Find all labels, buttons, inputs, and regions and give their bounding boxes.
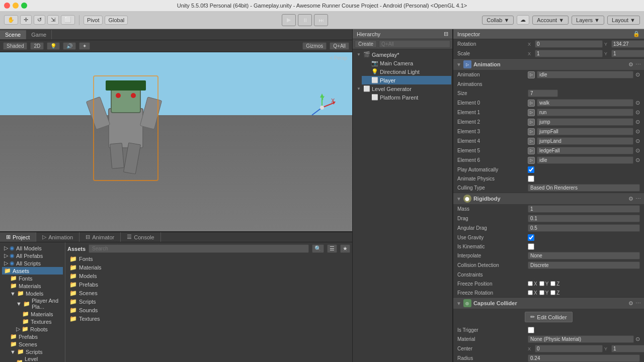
tree-item-all-prefabs[interactable]: ▷ ◉ All Prefabs	[2, 252, 63, 259]
more-icon[interactable]: ⋯	[635, 300, 641, 307]
tree-item-models[interactable]: ▼ 📁 Models	[8, 290, 63, 297]
angular-drag-input[interactable]	[528, 224, 640, 232]
is-kinematic-checkbox[interactable]	[528, 243, 534, 250]
element-3-input[interactable]	[537, 128, 633, 135]
animation-section-header[interactable]: ▼ ▷ Animation ⚙ ⋯	[453, 59, 644, 70]
step-btn[interactable]: ⏭	[314, 14, 328, 26]
move-tool-btn[interactable]: ✛	[20, 15, 32, 25]
folder-prefabs[interactable]: 📁 Prefabs	[67, 281, 350, 289]
culling-type-select[interactable]: Based On Renderers	[528, 184, 640, 192]
link-icon[interactable]: ⊙	[635, 119, 640, 125]
scale-x-input[interactable]	[535, 50, 603, 57]
close-dot[interactable]	[4, 3, 10, 9]
mass-input[interactable]	[528, 205, 640, 213]
tree-player[interactable]: ⬜ Player	[362, 76, 451, 84]
more-icon[interactable]: ⋯	[635, 61, 641, 68]
freeze-pos-x-checkbox[interactable]	[528, 281, 533, 286]
account-btn[interactable]: Account ▼	[532, 16, 569, 25]
size-input[interactable]	[528, 89, 558, 97]
rigidbody-section-header[interactable]: ▼ ⬤ Rigidbody ⚙ ⋯	[453, 193, 644, 204]
asset-search-input[interactable]	[89, 244, 309, 253]
rotation-y-input[interactable]	[611, 40, 644, 48]
freeze-pos-y-checkbox[interactable]	[539, 281, 544, 286]
hierarchy-collapse-icon[interactable]: ⊟	[444, 31, 448, 37]
capsule-collider-section-header[interactable]: ▼ ◎ Capsule Collider ⚙ ⋯	[453, 298, 644, 309]
animate-physics-checkbox[interactable]	[528, 175, 534, 182]
lights-btn[interactable]: 💡	[47, 42, 60, 50]
audio-btn[interactable]: 🔊	[63, 42, 76, 50]
tab-game[interactable]: Game	[26, 30, 52, 39]
rotate-tool-btn[interactable]: ↺	[34, 15, 45, 25]
layout-btn[interactable]: Layout ▼	[607, 16, 640, 25]
is-trigger-checkbox[interactable]	[528, 327, 534, 333]
tree-item-assets[interactable]: 📁 Assets	[2, 267, 63, 275]
hierarchy-create-btn[interactable]: Create	[355, 40, 377, 48]
rect-tool-btn[interactable]: ⬜	[61, 15, 75, 25]
link-icon[interactable]: ⊙	[635, 157, 640, 163]
rotation-x-input[interactable]	[535, 40, 603, 48]
tree-item-robots[interactable]: ▷ 📁 Robots	[14, 325, 63, 333]
element-2-input[interactable]	[537, 118, 633, 126]
material-link-icon[interactable]: ⊙	[635, 336, 640, 342]
radius-input[interactable]	[528, 354, 640, 362]
collision-detection-select[interactable]: Discrete	[528, 261, 640, 269]
2d-btn[interactable]: 2D	[30, 42, 44, 50]
tab-scene[interactable]: Scene	[0, 30, 26, 39]
tab-animator[interactable]: ⊟ Animator	[79, 232, 121, 242]
asset-filter-btn[interactable]: ☰	[327, 244, 337, 253]
asset-search-btn[interactable]: 🔍	[312, 244, 324, 253]
use-gravity-checkbox[interactable]	[528, 234, 534, 241]
material-input[interactable]	[528, 335, 634, 343]
scale-y-input[interactable]	[611, 50, 644, 57]
tree-gameplay[interactable]: ▼ 🎬 Gameplay*	[354, 50, 451, 59]
tree-item-level-generator[interactable]: 📁 Level Generato...	[14, 355, 63, 362]
effects-btn[interactable]: ✦	[79, 42, 90, 50]
tree-item-scripts[interactable]: ▼ 📁 Scripts	[8, 348, 63, 355]
scale-tool-btn[interactable]: ⇲	[47, 15, 59, 25]
play-auto-checkbox[interactable]	[528, 166, 534, 173]
center-y-input[interactable]	[611, 345, 644, 352]
folder-textures[interactable]: 📁 Textures	[67, 315, 350, 323]
link-icon[interactable]: ⊙	[635, 147, 640, 154]
asset-star-btn[interactable]: ★	[340, 244, 350, 253]
center-x-input[interactable]	[535, 345, 603, 352]
qall-btn[interactable]: Q+All	[330, 42, 349, 50]
link-icon[interactable]: ⊙	[635, 128, 640, 135]
element-6-input[interactable]	[537, 156, 633, 164]
tree-item-player-and-pla[interactable]: ▼ 📁 Player And Pla...	[14, 297, 63, 310]
settings-icon[interactable]: ⚙	[628, 61, 633, 68]
maximize-dot[interactable]	[21, 3, 27, 9]
tree-item-player-materials[interactable]: 📁 Materials	[20, 310, 63, 318]
viewport[interactable]: Y X < Persp	[0, 52, 352, 231]
link-icon[interactable]: ⊙	[635, 71, 640, 78]
element-4-input[interactable]	[537, 137, 633, 145]
interpolate-select[interactable]: None	[528, 252, 640, 259]
tree-platform-parent[interactable]: ⬜ Platform Parent	[362, 93, 451, 102]
tree-item-fonts[interactable]: 📁 Fonts	[8, 275, 63, 282]
element-1-input[interactable]	[537, 109, 633, 116]
animation-value-input[interactable]	[537, 71, 633, 78]
tree-main-camera[interactable]: 📷 Main Camera	[362, 59, 451, 67]
tree-item-prefabs[interactable]: 📁 Prefabs	[8, 333, 63, 340]
gizmos-btn[interactable]: Gizmos	[302, 42, 327, 50]
folder-scenes[interactable]: 📁 Scenes	[67, 289, 350, 297]
pause-btn[interactable]: ⏸	[298, 14, 312, 26]
cloud-btn[interactable]: ☁	[517, 15, 529, 25]
link-icon[interactable]: ⊙	[635, 109, 640, 116]
folder-fonts[interactable]: 📁 Fonts	[67, 255, 350, 263]
folder-materials[interactable]: 📁 Materials	[67, 263, 350, 272]
hierarchy-search-input[interactable]	[379, 40, 450, 48]
freeze-rot-y-checkbox[interactable]	[539, 290, 544, 295]
freeze-rot-x-checkbox[interactable]	[528, 290, 533, 295]
folder-models[interactable]: 📁 Models	[67, 272, 350, 280]
more-icon[interactable]: ⋯	[635, 196, 641, 202]
tab-console[interactable]: ☰ Console	[121, 232, 160, 242]
tab-project[interactable]: ⊞ Project	[0, 232, 36, 242]
element-5-input[interactable]	[537, 147, 633, 154]
link-icon[interactable]: ⊙	[635, 138, 640, 144]
minimize-dot[interactable]	[13, 3, 19, 9]
link-icon[interactable]: ⊙	[635, 100, 640, 106]
pivot-btn[interactable]: Pivot	[84, 16, 103, 25]
play-btn[interactable]: ▶	[282, 14, 296, 26]
tree-item-materials[interactable]: 📁 Materials	[8, 282, 63, 290]
